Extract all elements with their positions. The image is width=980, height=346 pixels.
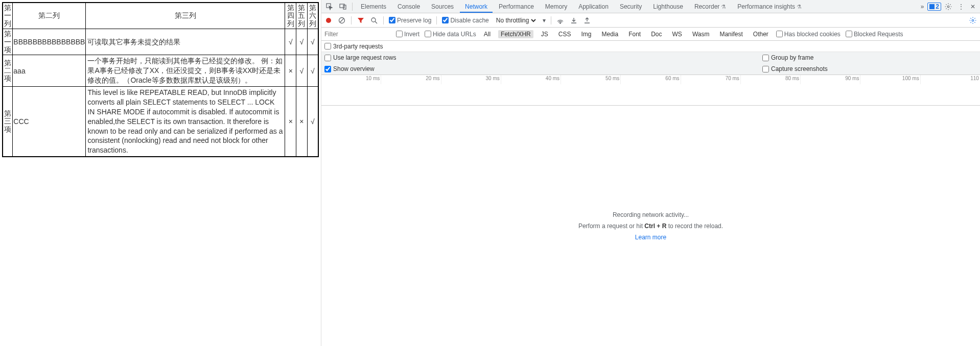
use-large-rows-checkbox[interactable]: Use large request rows: [324, 54, 762, 61]
separator: [551, 16, 551, 24]
more-tabs-icon[interactable]: »: [918, 2, 927, 12]
svg-point-4: [326, 18, 331, 23]
empty-title: Recording network activity...: [613, 211, 689, 218]
timeline-tick: 110: [970, 76, 979, 81]
show-overview-checkbox[interactable]: Show overview: [324, 65, 762, 72]
cell-c4: ×: [285, 55, 296, 87]
throttling-select[interactable]: No throttling: [494, 16, 538, 24]
timeline-tick: 80 ms: [785, 76, 799, 81]
row-label: 第三项: [3, 87, 13, 157]
filter-icon[interactable]: [357, 16, 365, 24]
row-label: 第二项: [3, 55, 13, 87]
table-row: 第二项 aaa 一个事务开始时，只能读到其他事务已经提交的修改。 例：如果A事务…: [3, 55, 318, 87]
svg-line-6: [340, 18, 344, 22]
device-toolbar-icon[interactable]: [337, 2, 349, 12]
timeline-tick: 90 ms: [845, 76, 859, 81]
group-by-frame-checkbox[interactable]: Group by frame: [762, 54, 977, 61]
separator: [383, 16, 384, 24]
filter-type-media[interactable]: Media: [599, 30, 621, 38]
tab-performance-insights[interactable]: Performance insights⚗: [732, 1, 807, 13]
settings-icon[interactable]: [942, 2, 954, 12]
timeline-tick: 10 ms: [366, 76, 380, 81]
issues-badge[interactable]: 2: [927, 3, 941, 11]
svg-line-8: [375, 21, 377, 23]
capture-screenshots-checkbox[interactable]: Capture screenshots: [762, 65, 977, 72]
svg-point-9: [560, 22, 561, 23]
tab-lighthouse[interactable]: Lighthouse: [648, 1, 688, 13]
preserve-log-checkbox[interactable]: Preserve log: [389, 17, 431, 24]
cell-c3: 一个事务开始时，只能读到其他事务已经提交的修改。 例：如果A事务已经修改了XX，…: [86, 55, 285, 87]
col-header-6: 第六列: [307, 3, 318, 29]
kebab-menu-icon[interactable]: ⋮: [955, 2, 967, 12]
learn-more-link[interactable]: Learn more: [635, 234, 666, 241]
devtools-panel: Elements Console Sources Network Perform…: [321, 0, 980, 346]
disable-cache-checkbox[interactable]: Disable cache: [442, 17, 488, 24]
hide-data-urls-checkbox[interactable]: Hide data URLs: [425, 31, 476, 38]
separator: [436, 16, 437, 24]
export-har-icon[interactable]: [583, 16, 591, 24]
tab-recorder[interactable]: Recorder⚗: [689, 1, 731, 13]
tab-performance[interactable]: Performance: [494, 1, 539, 13]
network-timeline-overview[interactable]: 10 ms 20 ms 30 ms 40 ms 50 ms 60 ms 70 m…: [321, 75, 980, 106]
svg-point-10: [972, 19, 974, 21]
tab-sources[interactable]: Sources: [426, 1, 459, 13]
network-options: Use large request rows Group by frame Sh…: [321, 52, 980, 75]
filter-type-fetch-xhr[interactable]: Fetch/XHR: [498, 30, 533, 38]
svg-point-3: [947, 6, 949, 8]
third-party-requests-checkbox[interactable]: 3rd-party requests: [324, 43, 383, 50]
col-header-3: 第三列: [86, 3, 285, 29]
cell-c3: 可读取其它事务未提交的结果: [86, 29, 285, 55]
network-settings-icon[interactable]: [969, 16, 977, 24]
filter-type-all[interactable]: All: [481, 30, 493, 38]
clear-icon[interactable]: [338, 16, 346, 24]
timeline-tick: 50 ms: [605, 76, 619, 81]
tab-application[interactable]: Application: [573, 1, 614, 13]
separator: [351, 16, 352, 24]
network-subbar: 3rd-party requests: [321, 41, 980, 52]
cell-c6: √: [307, 29, 318, 55]
table-row: 第三项 CCC This level is like REPEATABLE RE…: [3, 87, 318, 157]
import-har-icon[interactable]: [570, 16, 578, 24]
filter-type-manifest[interactable]: Manifest: [717, 30, 745, 38]
filter-type-ws[interactable]: WS: [670, 30, 685, 38]
filter-type-css[interactable]: CSS: [556, 30, 574, 38]
record-icon[interactable]: [324, 16, 333, 24]
cell-c2: CCC: [13, 87, 86, 157]
inspect-element-icon[interactable]: [323, 2, 336, 12]
col-header-4: 第四列: [285, 3, 296, 29]
search-icon[interactable]: [370, 16, 378, 24]
tab-console[interactable]: Console: [392, 1, 425, 13]
flask-icon: ⚗: [721, 4, 726, 10]
timeline-tick: 100 ms: [902, 76, 919, 81]
filter-type-wasm[interactable]: Wasm: [690, 30, 712, 38]
flask-icon: ⚗: [797, 4, 802, 10]
has-blocked-cookies-checkbox[interactable]: Has blocked cookies: [776, 31, 841, 38]
cell-c5: √: [296, 29, 308, 55]
network-conditions-icon[interactable]: [556, 16, 565, 24]
close-devtools-icon[interactable]: ✕: [968, 2, 978, 12]
tab-network[interactable]: Network: [460, 1, 493, 13]
cell-c5: √: [296, 55, 308, 87]
page-content: 第一列 第二列 第三列 第四列 第五列 第六列 第一项 BBBBBBBBBBBB…: [0, 0, 321, 346]
cell-c6: √: [307, 55, 318, 87]
timeline-tick: 70 ms: [726, 76, 739, 81]
cell-c2: BBBBBBBBBBBBBBB: [13, 29, 86, 55]
devtools-tabbar: Elements Console Sources Network Perform…: [321, 0, 980, 13]
filter-type-js[interactable]: JS: [539, 30, 551, 38]
filter-input[interactable]: [324, 30, 391, 39]
blocked-requests-checkbox[interactable]: Blocked Requests: [846, 31, 903, 38]
timeline-tick: 20 ms: [426, 76, 439, 81]
tab-elements[interactable]: Elements: [356, 1, 391, 13]
filter-type-font[interactable]: Font: [626, 30, 643, 38]
filter-type-img[interactable]: Img: [578, 30, 594, 38]
timeline-tick: 60 ms: [665, 76, 679, 81]
timeline-tick: 30 ms: [486, 76, 500, 81]
invert-checkbox[interactable]: Invert: [396, 31, 419, 38]
filter-type-doc[interactable]: Doc: [648, 30, 664, 38]
chevron-down-icon: ▾: [543, 17, 546, 24]
col-header-2: 第二列: [13, 3, 86, 29]
tab-memory[interactable]: Memory: [540, 1, 572, 13]
tab-security[interactable]: Security: [615, 1, 647, 13]
cell-c6: √: [307, 87, 318, 157]
filter-type-other[interactable]: Other: [751, 30, 771, 38]
